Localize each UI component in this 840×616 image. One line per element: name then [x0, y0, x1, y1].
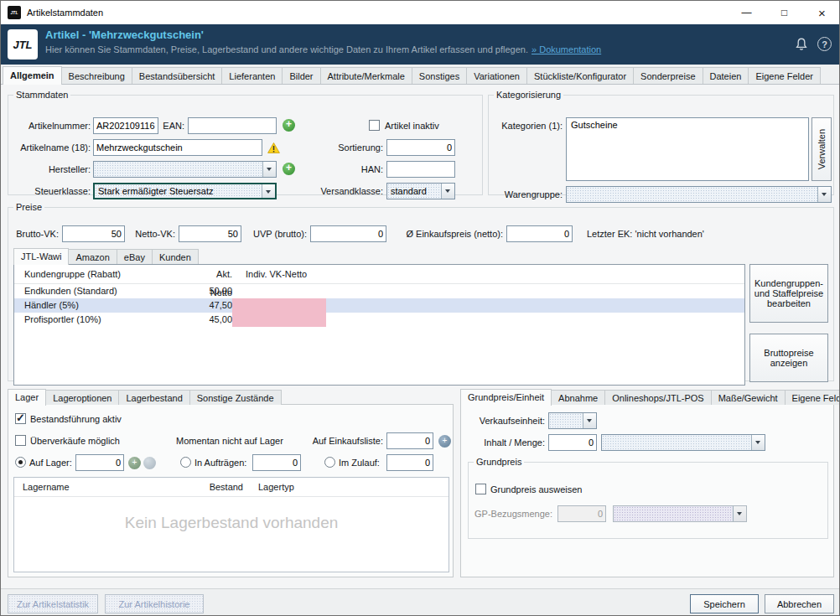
im-zulauf-radio[interactable] [324, 457, 335, 468]
gp-tab-eigene-felder[interactable]: Eigene Felder [785, 390, 840, 405]
dokumentation-link[interactable]: » Dokumentation [531, 44, 601, 54]
hersteller-combo[interactable] [93, 161, 277, 178]
kategorien-box[interactable]: Gutscheine [566, 117, 809, 181]
stammdaten-group: Stammdaten Artikelnummer: EAN: + Artikel… [8, 90, 483, 195]
sortierung-input[interactable] [386, 139, 455, 156]
han-input[interactable] [386, 161, 455, 178]
inhalt-menge-input[interactable] [548, 434, 597, 451]
momentan-nicht-auf-lager-text: Momentan nicht auf Lager [176, 432, 283, 449]
auf-lager-input[interactable] [75, 454, 124, 471]
uvp-input[interactable] [310, 225, 386, 242]
inhalt-menge-label: Inhalt / Menge: [461, 434, 545, 451]
tab-variationen[interactable]: Variationen [466, 67, 527, 84]
kategorisierung-group: Kategorisierung Kategorien (1): Gutschei… [488, 90, 834, 195]
kategorisierung-legend: Kategorisierung [494, 90, 563, 100]
add-hersteller-icon[interactable]: + [283, 163, 295, 175]
chevron-down-icon[interactable] [751, 435, 765, 450]
einkaufspreis-input[interactable] [506, 225, 573, 242]
speichern-button[interactable]: Speichern [690, 594, 759, 613]
table-row[interactable]: Händler (5%) 47,50 [14, 298, 744, 313]
preis-tab-ebay[interactable]: eBay [117, 249, 153, 264]
in-auftraegen-input[interactable] [252, 454, 301, 471]
artikelhistorie-button[interactable]: Zur Artikelhistorie [105, 594, 204, 613]
staffelpreise-button[interactable]: Kundengruppen- und Staffelpreise bearbei… [749, 264, 828, 323]
preise-legend: Preise [13, 202, 44, 212]
bestandsfuehrung-label: Bestandsführung aktiv [30, 411, 122, 427]
close-icon[interactable]: × [803, 1, 840, 24]
tab-attribute-merkmale[interactable]: Attribute/Merkmale [320, 67, 412, 84]
add-ean-icon[interactable]: + [283, 119, 295, 132]
minimize-icon[interactable]: — [728, 1, 765, 24]
netto-vk-label: Netto-VK: [131, 225, 175, 242]
versandklasse-combo[interactable]: standard [386, 183, 455, 199]
bruttopreise-button[interactable]: Bruttopreise anzeigen [749, 334, 828, 382]
im-zulauf-input[interactable] [386, 454, 433, 471]
in-auftraegen-radio[interactable] [180, 457, 191, 468]
indiv-vk-cell[interactable] [232, 284, 326, 298]
abbrechen-button[interactable]: Abbrechen [765, 594, 834, 613]
ueberverkaeufe-label: Überverkäufe möglich [30, 432, 120, 449]
brutto-vk-input[interactable] [62, 225, 125, 242]
sortierung-label: Sortierung: [324, 139, 383, 156]
tab-eigene-felder[interactable]: Eigene Felder [748, 67, 821, 84]
gp-bezugsmenge-combo [613, 505, 747, 522]
auf-lager-refresh-icon[interactable] [143, 457, 156, 469]
chevron-down-icon[interactable] [262, 162, 276, 177]
chevron-down-icon[interactable] [441, 184, 454, 199]
preis-tab-amazon[interactable]: Amazon [68, 249, 117, 264]
verkaufseinheit-combo[interactable] [548, 412, 597, 429]
main-tab-bar: Allgemein Beschreibung Bestandsübersicht… [1, 65, 840, 85]
netto-vk-input[interactable] [179, 225, 241, 242]
notification-bell-icon[interactable] [794, 37, 809, 52]
verwalten-button[interactable]: Verwalten [811, 117, 832, 181]
indiv-vk-cell[interactable] [232, 313, 326, 327]
einkaufsliste-icon[interactable]: + [438, 435, 451, 448]
steuerklasse-combo[interactable]: Stark ermäßigter Steuersatz [93, 183, 277, 199]
chevron-down-icon[interactable] [262, 184, 275, 198]
table-row[interactable]: Endkunden (Standard) 50,00 [14, 284, 744, 298]
tab-sonderpreise[interactable]: Sonderpreise [633, 67, 703, 84]
artikelname-label: Artikelname (18): [10, 139, 91, 156]
gp-tab-abnahme[interactable]: Abnahme [551, 390, 605, 405]
preistabelle-header: Kundengruppe (Rabatt) Akt. Netto Indiv. … [14, 265, 744, 284]
tab-bilder[interactable]: Bilder [282, 67, 320, 84]
auf-lager-label: Auf Lager: [29, 454, 72, 471]
lager-tab-sonstige-zustaende[interactable]: Sonstige Zustände [189, 390, 282, 405]
maximize-icon[interactable]: □ [765, 1, 803, 24]
lager-tab-lagerbestand[interactable]: Lagerbestand [118, 390, 189, 405]
tab-sonstiges[interactable]: Sonstiges [412, 67, 467, 84]
grundpreis-group: Grundpreis Grundpreis ausweisen GP-Bezug… [468, 457, 828, 539]
gp-tab-masse-gewicht[interactable]: Maße/Gewicht [711, 390, 786, 405]
ean-input[interactable] [188, 117, 277, 134]
warengruppe-combo[interactable] [566, 186, 832, 203]
auf-lager-add-icon[interactable]: + [128, 457, 141, 469]
table-row[interactable]: Profisportler (10%) 45,00 [14, 313, 744, 327]
lagertabelle-header: Lagername Bestand Lagertyp [14, 478, 449, 497]
tab-beschreibung[interactable]: Beschreibung [61, 67, 132, 84]
help-icon[interactable]: ? [817, 37, 832, 51]
ueberverkaeufe-checkbox[interactable] [15, 435, 26, 446]
lager-tab-lageroptionen[interactable]: Lageroptionen [45, 390, 119, 405]
gp-tab-onlineshops-jtl-pos[interactable]: Onlineshops/JTL-POS [604, 390, 711, 405]
preis-tab-jtl-wawi[interactable]: JTL-Wawi [13, 248, 69, 265]
artikel-inaktiv-checkbox[interactable] [369, 120, 380, 131]
gp-tab-grundpreis-einheit[interactable]: Grundpreis/Einheit [460, 389, 552, 406]
grundpreis-ausweisen-checkbox[interactable] [475, 484, 486, 494]
tab-lieferanten[interactable]: Lieferanten [221, 67, 283, 84]
artikelname-input[interactable] [93, 139, 262, 156]
chevron-down-icon[interactable] [817, 187, 831, 202]
auf-lager-radio[interactable] [15, 457, 26, 468]
indiv-vk-cell[interactable] [232, 298, 326, 313]
artikel-inaktiv-label: Artikel inaktiv [385, 117, 439, 134]
tab-allgemein[interactable]: Allgemein [3, 66, 62, 85]
tab-bestandsuebersicht[interactable]: Bestandsübersicht [132, 67, 223, 84]
artikelstatistik-button[interactable]: Zur Artikelstatistik [8, 594, 98, 613]
lager-tab-lager[interactable]: Lager [8, 389, 46, 406]
tab-stueckliste-konfigurator[interactable]: Stückliste/Konfigurator [526, 67, 634, 84]
einheit-combo[interactable] [601, 434, 765, 451]
preis-tab-kunden[interactable]: Kunden [152, 249, 199, 264]
bestandsfuehrung-checkbox[interactable] [15, 413, 26, 424]
chevron-down-icon[interactable] [583, 413, 596, 428]
einkaufsliste-input[interactable] [386, 432, 433, 449]
tab-dateien[interactable]: Dateien [703, 67, 749, 84]
